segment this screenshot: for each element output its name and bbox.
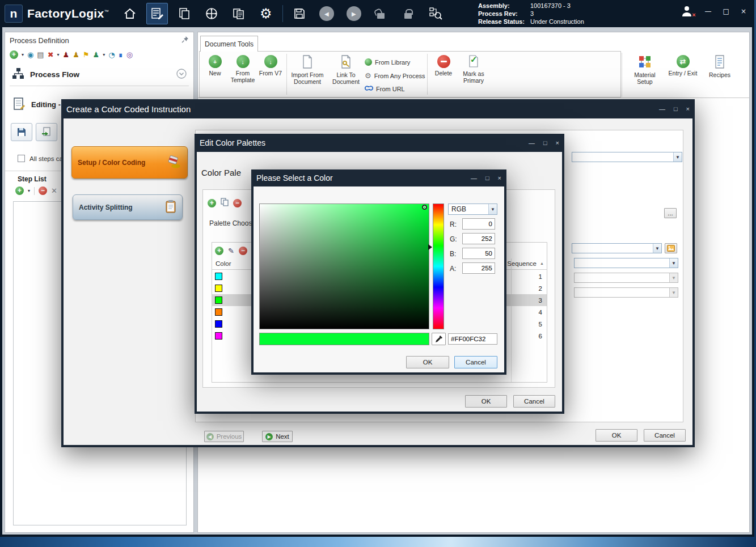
remove-palette-icon[interactable]: − <box>233 199 242 207</box>
copy-palette-icon[interactable] <box>221 198 229 208</box>
green-channel-input[interactable] <box>462 233 495 244</box>
dialog-titlebar[interactable]: Please Select a Color — □ × <box>251 169 506 186</box>
hex-color-input[interactable] <box>448 333 497 345</box>
process-definition-icon[interactable] <box>146 3 168 24</box>
from-v7-button[interactable]: ↓ From V7 <box>258 55 283 77</box>
add-icon[interactable]: + <box>10 50 18 59</box>
add-color-icon[interactable]: + <box>215 247 223 255</box>
back-icon[interactable]: ◀ <box>316 3 337 24</box>
app-close-button[interactable]: × <box>741 7 746 15</box>
users-caret-icon[interactable]: ▾ <box>103 52 105 57</box>
add-step-caret-icon[interactable]: ▾ <box>28 188 30 193</box>
from-library-button[interactable]: From Library <box>365 58 410 66</box>
cancel-button[interactable]: Cancel <box>644 429 686 442</box>
app-maximize-button[interactable]: □ <box>723 7 729 15</box>
dialog-titlebar[interactable]: Edit Color Palettes — □ × <box>195 134 564 152</box>
blue-channel-input[interactable] <box>462 248 495 259</box>
maximize-icon[interactable]: □ <box>485 175 489 181</box>
cut-step-icon[interactable]: ✕ <box>51 187 57 195</box>
collapse-arrow-icon[interactable] <box>176 69 187 80</box>
option-combo-2[interactable]: ▼ <box>574 273 678 283</box>
add-step-icon[interactable]: + <box>15 186 24 195</box>
new-document-button[interactable]: + New <box>202 55 227 77</box>
red-channel-input[interactable] <box>462 218 495 230</box>
import-from-document-button[interactable]: Import From Document <box>289 55 326 85</box>
color-mode-select[interactable]: RGB ▼ <box>448 203 497 215</box>
transfer-caret-icon[interactable]: ▾ <box>57 52 60 57</box>
previous-button[interactable]: ◀ Previous <box>204 431 244 442</box>
mark-as-primary-button[interactable]: ✓ Mark as Primary <box>458 55 489 84</box>
history-icon[interactable]: ◔ <box>108 51 115 59</box>
ok-button[interactable]: OK <box>465 395 507 408</box>
user-green-icon[interactable]: ♟ <box>93 51 100 59</box>
color-swatch[interactable] <box>215 285 222 292</box>
ok-button[interactable]: OK <box>406 356 449 368</box>
home-icon[interactable] <box>119 3 141 24</box>
remove-color-icon[interactable]: − <box>239 247 247 255</box>
all-steps-checkbox[interactable] <box>18 155 25 162</box>
navigate-icon[interactable] <box>201 3 222 24</box>
document-combo[interactable]: ▼ <box>572 152 682 162</box>
color-swatch[interactable] <box>215 273 222 280</box>
palette-combo[interactable]: ▼ <box>572 243 662 253</box>
flag-icon[interactable]: ⚑ <box>83 51 90 59</box>
process-flow-row[interactable]: Process Flow <box>12 67 79 82</box>
from-template-button[interactable]: ↓ From Template <box>229 55 257 83</box>
user-gold-icon[interactable]: ♟ <box>73 51 79 59</box>
add-palette-icon[interactable]: + <box>208 199 216 207</box>
forward-icon[interactable]: ▶ <box>343 3 365 24</box>
sv-selection-marker[interactable] <box>422 205 427 210</box>
ok-button[interactable]: OK <box>595 429 637 442</box>
copy-documents-icon[interactable] <box>228 3 250 24</box>
app-minimize-button[interactable]: — <box>705 7 712 15</box>
minimize-icon[interactable]: — <box>659 105 665 112</box>
lock-icon[interactable] <box>398 3 419 24</box>
globe-icon[interactable]: ◉ <box>27 51 33 59</box>
import-step-button[interactable] <box>36 123 57 141</box>
cancel-button[interactable]: Cancel <box>454 356 497 368</box>
add-caret-icon[interactable]: ▾ <box>22 52 24 57</box>
tab-document-tools[interactable]: Document Tools <box>200 36 258 52</box>
user-logout-icon[interactable]: × <box>680 5 694 18</box>
eyedropper-button[interactable] <box>432 333 446 345</box>
minimize-icon[interactable]: — <box>471 175 477 181</box>
maximize-icon[interactable]: □ <box>674 105 678 112</box>
hue-slider-marker[interactable] <box>428 244 432 250</box>
recipes-button[interactable]: Recipes <box>705 55 734 78</box>
next-button[interactable]: ▶ Next <box>262 431 293 442</box>
print-icon[interactable]: ▤ <box>37 51 44 59</box>
cancel-button[interactable]: Cancel <box>513 395 555 408</box>
material-setup-button[interactable]: Material Setup <box>628 55 662 85</box>
close-icon[interactable]: × <box>556 139 559 146</box>
nav-setup-color-coding[interactable]: Setup / Color Coding <box>71 146 188 179</box>
copyright-icon[interactable]: ◎ <box>126 51 133 59</box>
option-combo-3[interactable]: ▼ <box>574 287 678 298</box>
documents-stack-icon[interactable] <box>174 3 195 24</box>
dialog-titlebar[interactable]: Create a Color Coded Instruction — □ × <box>61 99 695 118</box>
hue-slider[interactable] <box>433 203 444 329</box>
process-search-icon[interactable] <box>425 3 446 24</box>
unlock-icon[interactable] <box>370 3 392 24</box>
minimize-icon[interactable]: — <box>529 139 535 146</box>
pin-icon[interactable] <box>181 36 189 45</box>
color-swatch[interactable] <box>215 296 222 304</box>
image-picker-button[interactable] <box>665 243 677 253</box>
save-step-button[interactable] <box>11 123 32 141</box>
transfer-icon[interactable]: ✖ <box>48 51 54 59</box>
option-combo-1[interactable]: ▼ <box>574 258 678 268</box>
settings-gear-icon[interactable]: ⚙ <box>255 3 277 24</box>
alpha-channel-input[interactable] <box>462 262 495 274</box>
color-swatch[interactable] <box>215 308 222 316</box>
close-icon[interactable]: × <box>498 175 501 181</box>
pause-icon[interactable]: ∎ <box>119 51 123 59</box>
delete-document-button[interactable]: Delete <box>430 55 457 77</box>
browse-ellipsis-button[interactable]: ... <box>664 208 677 218</box>
entry-exit-button[interactable]: ⇄ Entry / Exit <box>665 55 700 77</box>
link-to-document-button[interactable]: Link To Document <box>328 55 364 85</box>
close-icon[interactable]: × <box>686 105 690 112</box>
saturation-value-picker[interactable] <box>259 203 429 329</box>
color-column-header[interactable]: Color <box>216 260 231 267</box>
maximize-icon[interactable]: □ <box>543 139 547 146</box>
from-any-process-button[interactable]: ⚙ From Any Process <box>365 71 425 80</box>
remove-step-icon[interactable]: − <box>39 186 47 195</box>
